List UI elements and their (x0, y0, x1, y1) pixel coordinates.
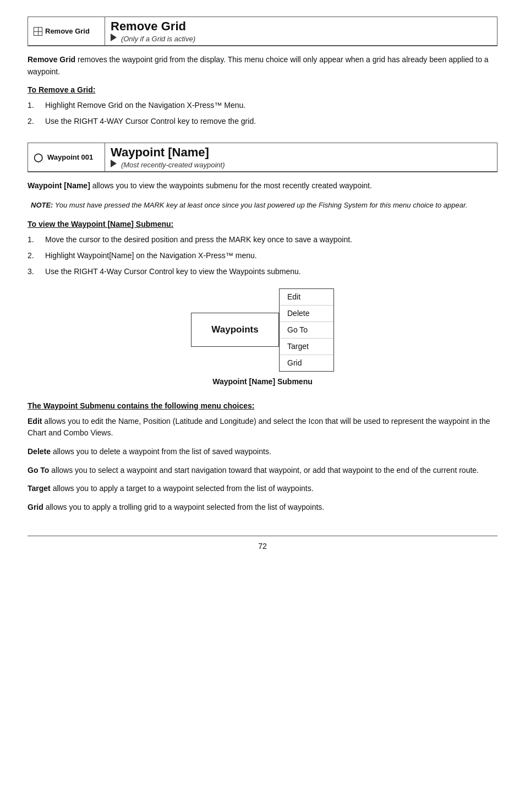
step-1-text: Highlight Remove Grid on the Navigation … (45, 100, 245, 111)
step-2: 2. Use the RIGHT 4-WAY Cursor Control ke… (28, 116, 497, 127)
edit-bold: Edit (28, 417, 42, 426)
wp-step-3-text: Use the RIGHT 4-Way Cursor Control key t… (45, 266, 301, 277)
wp-step-2: 2. Highlight Waypoint[Name] on the Navig… (28, 250, 497, 261)
submenu-target: Target (280, 339, 333, 355)
remove-grid-body-text: removes the waypoint grid from the displ… (28, 55, 489, 76)
step-1: 1. Highlight Remove Grid on the Navigati… (28, 100, 497, 111)
page-footer: 72 (28, 536, 497, 551)
edit-text: allows you to edit the Name, Position (L… (28, 417, 490, 438)
waypoint-header: ◯ Waypoint 001 Waypoint [Name] (Most rec… (28, 143, 497, 172)
submenu-grid: Grid (280, 355, 333, 371)
remove-grid-bold: Remove Grid (28, 55, 75, 64)
delete-desc: Delete allows you to delete a waypoint f… (28, 446, 497, 458)
waypoint-subtitle: (Most recently-created waypoint) (121, 161, 225, 169)
edit-desc: Edit allows you to edit the Name, Positi… (28, 416, 497, 439)
submenu-diagram: Waypoints Edit Delete Go To Target Grid (28, 288, 497, 372)
step-2-text: Use the RIGHT 4-WAY Cursor Control key t… (45, 116, 256, 127)
submenu-heading: The Waypoint Submenu contains the follow… (28, 401, 497, 410)
waypoint-title: Waypoint [Name] (111, 145, 209, 160)
page-number: 72 (258, 542, 267, 551)
waypoints-box: Waypoints (191, 313, 279, 347)
waypoint-title-area: Waypoint [Name] (Most recently-created w… (105, 143, 497, 171)
wp-step-1: 1. Move the cursor to the desired positi… (28, 234, 497, 246)
remove-grid-header: Remove Grid Remove Grid (Only if a Grid … (28, 17, 497, 46)
to-remove-heading: To Remove a Grid: (28, 85, 497, 94)
note-label: NOTE: (31, 201, 53, 209)
delete-text: allows you to delete a waypoint from the… (51, 447, 271, 456)
remove-grid-icon-label: Remove Grid (45, 27, 90, 35)
remove-grid-title: Remove Grid (111, 19, 186, 34)
section-divider (28, 46, 497, 46)
submenu-delete: Delete (280, 306, 333, 322)
submenu-description-section: The Waypoint Submenu contains the follow… (28, 401, 497, 514)
diagram-caption: Waypoint [Name] Submenu (28, 377, 497, 386)
submenu-list: Edit Delete Go To Target Grid (279, 288, 334, 372)
remove-grid-title-area: Remove Grid (Only if a Grid is active) (105, 17, 497, 45)
submenu-goto: Go To (280, 322, 333, 339)
waypoint-icon-cell: ◯ Waypoint 001 (28, 143, 105, 171)
waypoint-icon-label: Waypoint 001 (47, 153, 93, 161)
waypoint-circle-icon: ◯ (34, 152, 43, 162)
grid-bold: Grid (28, 503, 43, 511)
remove-grid-icon-cell: Remove Grid (28, 17, 105, 45)
waypoint-body-text: allows you to view the waypoints submenu… (92, 181, 372, 190)
arrow-icon (111, 34, 117, 41)
waypoint-steps: 1. Move the cursor to the desired positi… (28, 234, 497, 277)
wp-step-2-text: Highlight Waypoint[Name] on the Navigati… (45, 250, 257, 261)
target-desc: Target allows you to apply a target to a… (28, 483, 497, 495)
waypoints-label: Waypoints (211, 324, 258, 335)
waypoint-name-section: ◯ Waypoint 001 Waypoint [Name] (Most rec… (28, 143, 497, 385)
goto-desc: Go To allows you to select a waypoint an… (28, 465, 497, 477)
target-text: allows you to apply a target to a waypoi… (51, 484, 314, 493)
waypoint-body: Waypoint [Name] allows you to view the w… (28, 180, 497, 192)
delete-bold: Delete (28, 447, 51, 456)
remove-grid-subtitle: (Only if a Grid is active) (121, 35, 195, 43)
wp-step-3: 3. Use the RIGHT 4-Way Cursor Control ke… (28, 266, 497, 277)
grid-desc: Grid allows you to apply a trolling grid… (28, 502, 497, 514)
remove-grid-section: Remove Grid Remove Grid (Only if a Grid … (28, 17, 497, 127)
note-box: NOTE: You must have pressed the MARK key… (28, 200, 497, 211)
grid-text: allows you to apply a trolling grid to a… (43, 503, 324, 511)
wp-step-1-text: Move the cursor to the desired position … (45, 234, 352, 246)
note-text: You must have pressed the MARK key at le… (53, 201, 467, 209)
goto-bold: Go To (28, 466, 49, 475)
waypoint-divider (28, 172, 497, 172)
remove-grid-steps: 1. Highlight Remove Grid on the Navigati… (28, 100, 497, 127)
to-view-heading: To view the Waypoint [Name] Submenu: (28, 220, 497, 228)
waypoint-bold: Waypoint [Name] (28, 181, 90, 190)
arrow-icon-2 (111, 160, 117, 167)
goto-text: allows you to select a waypoint and star… (49, 466, 479, 475)
grid-icon (34, 27, 42, 36)
target-bold: Target (28, 484, 51, 493)
remove-grid-body: Remove Grid removes the waypoint grid fr… (28, 54, 497, 78)
submenu-edit: Edit (280, 289, 333, 306)
